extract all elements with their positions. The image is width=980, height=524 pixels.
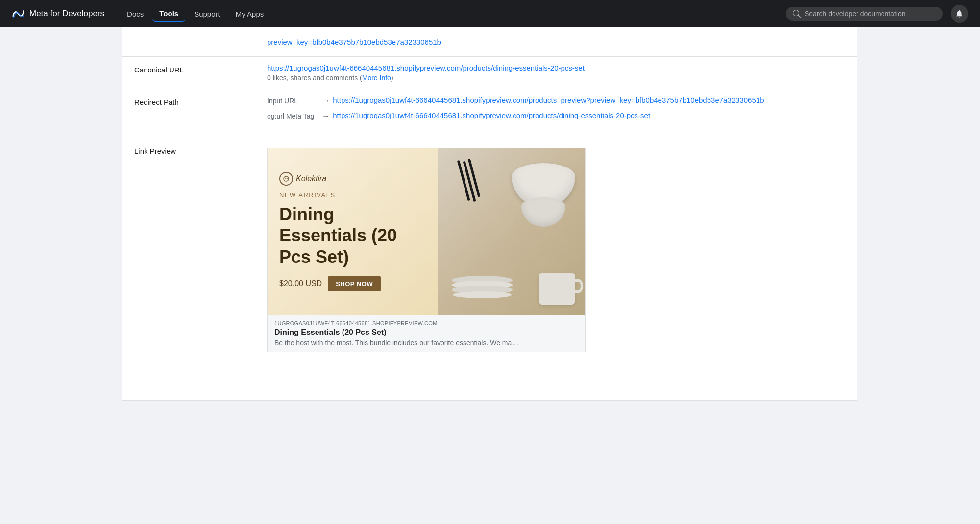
partial-row-content: preview_key=bfb0b4e375b7b10ebd53e7a32330… [255,31,858,53]
svg-point-0 [284,176,289,181]
preview-card-title: Dining Essentials (20 Pcs Set) [274,328,578,337]
brand-row: Kolektira [279,172,426,186]
partial-top-row: preview_key=bfb0b4e375b7b10ebd53e7a32330… [122,27,858,57]
meta-logo-icon [12,7,25,21]
utensils [457,157,481,203]
shop-now-button[interactable]: SHOP NOW [328,276,381,291]
small-bowl [521,197,565,227]
partial-row-label [122,33,255,51]
preview-right-panel [438,148,585,315]
preview-card-desc: Be the host with the most. This bundle i… [274,339,578,347]
price-text: $20.00 USD [279,279,322,288]
link-preview-label: Link Preview [122,138,255,164]
nav-my-apps[interactable]: My Apps [229,7,271,21]
redirect-path-row: Redirect Path Input URL → https://1ugrog… [122,89,858,138]
nav-support[interactable]: Support [187,7,227,21]
navbar-right [786,5,968,23]
mug [539,273,575,305]
canonical-url-label: Canonical URL [122,57,255,89]
redirect-path-content: Input URL → https://1ugrogas0j1uwf4t-666… [255,89,858,138]
canonical-url-content: https://1ugrogas0j1uwf4t-66640445681.sho… [255,57,858,89]
canonical-url-row: Canonical URL https://1ugrogas0j1uwf4t-6… [122,57,858,89]
likes-text-after: ) [391,74,393,82]
ogurl-link[interactable]: https://1ugrogas0j1uwf4t-66640445681.sho… [333,111,650,119]
navbar: Meta for Developers Docs Tools Support M… [0,0,980,27]
arrow-icon-1: → [322,96,330,105]
brand-logo [279,172,293,186]
more-info-link[interactable]: More Info [362,74,391,82]
logo-text: Meta for Developers [29,9,104,19]
preview-left-panel: Kolektira NEW ARRIVALS Dining Essentials… [268,148,438,315]
page-wrapper: preview_key=bfb0b4e375b7b10ebd53e7a32330… [0,27,980,524]
redirect-path-label: Redirect Path [122,89,255,138]
nav-docs[interactable]: Docs [120,7,150,21]
bell-icon [955,9,964,18]
bottom-row [122,371,858,401]
brand-name: Kolektira [296,174,326,183]
likes-text-before: 0 likes, shares and comments ( [267,74,362,82]
canonical-url-link[interactable]: https://1ugrogas0j1uwf4t-66640445681.sho… [267,64,585,72]
link-preview-row: Link Preview [122,138,858,371]
input-url-link-row: → https://1ugrogas0j1uwf4t-66640445681.s… [322,96,846,105]
preview-domain: 1UGROGAS0J1UWF4T-66640445681.SHOPIFYPREV… [274,320,578,326]
preview-meta: 1UGROGAS0J1UWF4T-66640445681.SHOPIFYPREV… [268,315,585,352]
price-shop-row: $20.00 USD SHOP NOW [279,276,426,291]
content-area: preview_key=bfb0b4e375b7b10ebd53e7a32330… [122,27,858,401]
brand-logo-icon [283,175,290,182]
preview-image: Kolektira NEW ARRIVALS Dining Essentials… [268,148,585,315]
likes-info: 0 likes, shares and comments (More Info) [267,74,846,82]
new-arrivals-text: NEW ARRIVALS [279,191,426,199]
nav-links: Docs Tools Support My Apps [120,6,770,22]
input-url-label: Input URL [267,96,314,105]
input-url-link[interactable]: https://1ugrogas0j1uwf4t-66640445681.sho… [333,96,764,104]
plate-stack [453,291,512,300]
partial-url-link[interactable]: preview_key=bfb0b4e375b7b10ebd53e7a32330… [267,38,441,46]
arrow-icon-2: → [322,111,330,120]
search-icon [793,10,801,18]
dishes-illustration [438,148,585,315]
preview-card: Kolektira NEW ARRIVALS Dining Essentials… [267,148,586,352]
ogurl-link-row: → https://1ugrogas0j1uwf4t-66640445681.s… [322,111,846,120]
link-preview-content: Kolektira NEW ARRIVALS Dining Essentials… [255,138,858,359]
product-title-preview: Dining Essentials (20 Pcs Set) [279,204,426,267]
notifications-button[interactable] [951,5,968,23]
ogurl-label: og:url Meta Tag [267,111,314,120]
search-bar[interactable] [786,7,943,21]
site-logo: Meta for Developers [12,7,104,21]
redirect-grid: Input URL → https://1ugrogas0j1uwf4t-666… [267,96,846,120]
nav-tools[interactable]: Tools [152,6,185,22]
search-input[interactable] [805,10,936,18]
